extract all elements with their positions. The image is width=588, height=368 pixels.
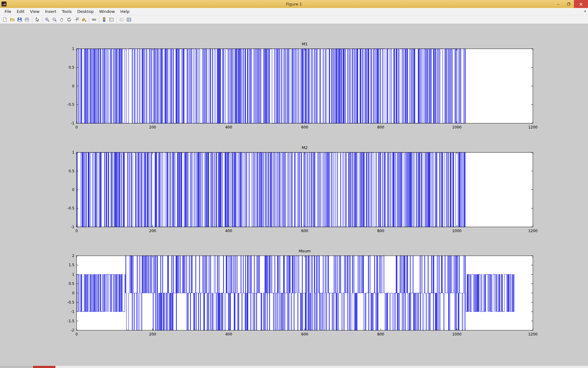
show-plot-tools-button[interactable]	[125, 16, 133, 23]
new-document-icon	[2, 17, 7, 22]
title-bar[interactable]: Figure 1 – ×	[0, 0, 588, 8]
taskbar-sliver	[0, 366, 588, 368]
figure-canvas: M1020040060080010001200-1-0.500.51M20200…	[0, 24, 588, 366]
menu-tools[interactable]: Tools	[59, 8, 74, 15]
svg-text:Msum: Msum	[299, 249, 311, 253]
folder-open-icon	[10, 17, 15, 22]
svg-text:400: 400	[225, 125, 232, 129]
hand-icon	[59, 17, 64, 22]
pan-button[interactable]	[58, 16, 66, 23]
svg-text:200: 200	[149, 229, 156, 233]
svg-text:0.5: 0.5	[69, 169, 74, 173]
svg-text:600: 600	[301, 229, 308, 233]
taskbar-app-sliver[interactable]	[33, 366, 55, 368]
data-cursor-icon	[74, 17, 79, 22]
svg-text:M1: M1	[302, 42, 308, 46]
svg-text:1000: 1000	[452, 332, 462, 336]
close-button[interactable]: ×	[574, 0, 588, 8]
svg-text:0: 0	[75, 332, 78, 336]
svg-text:-1: -1	[71, 121, 74, 125]
toolbar-separator	[89, 17, 89, 23]
menu-file[interactable]: File	[2, 8, 14, 15]
svg-text:0: 0	[72, 291, 74, 295]
svg-text:-0.5: -0.5	[67, 102, 74, 107]
colorbar-icon	[102, 17, 107, 22]
hide-plot-tools-button[interactable]	[118, 16, 125, 23]
menu-window[interactable]: Window	[96, 8, 118, 15]
taskbar-start-sliver[interactable]	[0, 366, 33, 368]
toolbar-separator	[42, 17, 42, 23]
svg-text:0: 0	[75, 229, 78, 233]
svg-text:-1: -1	[71, 309, 74, 314]
edit-plot-button[interactable]	[33, 16, 41, 23]
svg-text:1.5: 1.5	[69, 263, 74, 267]
arrow-cursor-icon	[35, 17, 40, 22]
svg-text:M2: M2	[302, 145, 308, 150]
minimize-button[interactable]: –	[553, 0, 564, 8]
svg-text:800: 800	[377, 332, 384, 336]
svg-text:200: 200	[149, 125, 156, 129]
dropdown-chevron-icon[interactable]: ▾	[85, 20, 86, 23]
svg-text:800: 800	[377, 125, 384, 129]
svg-text:1: 1	[72, 272, 74, 277]
menu-insert[interactable]: Insert	[42, 8, 59, 15]
rotate-3d-button[interactable]	[66, 16, 73, 23]
print-button[interactable]	[23, 16, 31, 23]
menu-desktop[interactable]: Desktop	[74, 8, 96, 15]
svg-text:1: 1	[72, 47, 74, 51]
toolbar-separator	[32, 17, 32, 23]
svg-text:1000: 1000	[452, 229, 462, 233]
data-cursor-button[interactable]	[73, 16, 80, 23]
magnifier-minus-icon	[52, 17, 57, 22]
window-controls: – ×	[553, 0, 588, 8]
open-file-button[interactable]	[9, 16, 16, 23]
svg-text:-0.5: -0.5	[67, 300, 74, 305]
menu-bar: File Edit View Insert Tools Desktop Wind…	[0, 8, 588, 15]
plot-m2: M2020040060080010001200-1-0.500.51	[0, 142, 588, 236]
svg-text:400: 400	[225, 332, 232, 336]
insert-legend-button[interactable]	[108, 16, 115, 23]
svg-text:1200: 1200	[528, 125, 538, 129]
menu-edit[interactable]: Edit	[14, 8, 27, 15]
restore-button[interactable]	[564, 0, 574, 8]
svg-text:1000: 1000	[452, 125, 462, 129]
floppy-disk-icon	[17, 17, 22, 22]
svg-text:-2: -2	[71, 328, 74, 332]
minimize-icon: –	[557, 2, 560, 6]
svg-text:800: 800	[377, 229, 384, 233]
restore-icon	[567, 2, 571, 6]
svg-text:0: 0	[72, 84, 74, 88]
zoom-out-button[interactable]	[51, 16, 58, 23]
zoom-in-button[interactable]	[43, 16, 51, 23]
svg-text:0: 0	[72, 188, 74, 192]
new-figure-button[interactable]	[1, 16, 9, 23]
matlab-app-icon[interactable]	[2, 2, 6, 6]
svg-text:0.5: 0.5	[69, 65, 74, 70]
svg-text:200: 200	[149, 332, 156, 336]
menu-help[interactable]: Help	[118, 8, 132, 15]
svg-text:1: 1	[72, 150, 74, 155]
toolbar-overflow-chevron-icon[interactable]: ▾	[584, 10, 586, 13]
menu-view[interactable]: View	[27, 8, 42, 15]
link-plot-button[interactable]	[90, 16, 98, 23]
window-title: Figure 1	[0, 2, 588, 6]
svg-text:-1.5: -1.5	[67, 319, 74, 323]
svg-text:0: 0	[75, 125, 78, 129]
svg-text:1200: 1200	[528, 229, 538, 233]
svg-text:0.5: 0.5	[69, 282, 74, 286]
svg-text:400: 400	[225, 229, 232, 233]
plot-msum: Msum020040060080010001200-2-1.5-1-0.500.…	[0, 245, 588, 339]
printer-icon	[24, 17, 29, 22]
figure-toolbar: ▾	[0, 15, 588, 24]
svg-text:1200: 1200	[528, 332, 538, 336]
svg-text:600: 600	[301, 125, 308, 129]
plot-m1: M1020040060080010001200-1-0.500.51	[0, 38, 588, 132]
svg-text:600: 600	[301, 332, 308, 336]
save-figure-button[interactable]	[16, 16, 23, 23]
brush-data-button[interactable]: ▾	[80, 16, 88, 23]
svg-text:-1: -1	[71, 225, 74, 229]
close-icon: ×	[579, 1, 583, 7]
chain-link-icon	[92, 17, 96, 22]
svg-text:-0.5: -0.5	[67, 206, 74, 210]
insert-colorbar-button[interactable]	[100, 16, 108, 23]
